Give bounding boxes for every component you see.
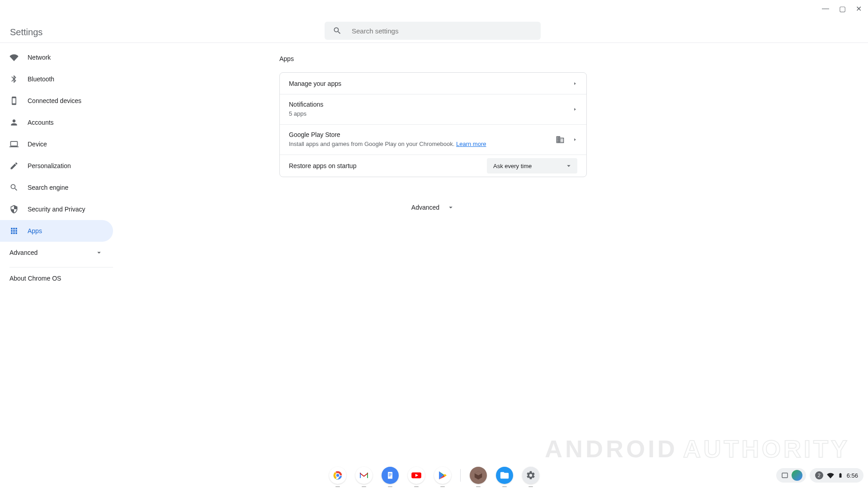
svg-rect-6	[388, 476, 390, 476]
row-subtext: 5 apps	[289, 110, 565, 118]
shield-icon	[9, 205, 19, 214]
search-icon	[9, 183, 19, 192]
shelf-app-generic[interactable]	[470, 467, 487, 484]
sidebar-item-label: Personalization	[28, 162, 71, 169]
battery-icon	[838, 472, 843, 479]
restore-apps-dropdown[interactable]: Ask every time	[487, 158, 577, 174]
row-title: Manage your apps	[289, 80, 565, 87]
shelf-app-files[interactable]	[496, 467, 513, 484]
shelf-app-chrome[interactable]	[329, 467, 346, 484]
chrome-icon	[331, 469, 344, 482]
chevron-down-icon	[565, 162, 573, 170]
sidebar-item-label: Bluetooth	[28, 75, 54, 83]
chevron-right-icon	[573, 81, 577, 86]
youtube-icon	[410, 469, 422, 481]
sidebar-item-label: Network	[28, 54, 51, 61]
sidebar-item-personalization[interactable]: Personalization	[0, 155, 113, 177]
laptop-icon	[9, 140, 19, 149]
svg-rect-3	[388, 472, 392, 479]
row-content: Manage your apps	[289, 74, 565, 94]
row-notifications[interactable]: Notifications 5 apps	[280, 94, 586, 125]
chevron-right-icon	[573, 107, 577, 112]
header: Settings	[0, 0, 868, 43]
sidebar-item-label: Accounts	[28, 119, 54, 126]
sidebar-item-connected-devices[interactable]: Connected devices	[0, 90, 113, 112]
holding-space-thumb	[792, 470, 802, 481]
shelf-app-settings[interactable]	[522, 467, 539, 484]
folder-icon	[500, 470, 509, 480]
watermark-part2: AUTHORITY	[683, 435, 850, 462]
watermark: ANDROIDAUTHORITY	[545, 435, 850, 463]
row-manage-apps[interactable]: Manage your apps	[280, 73, 586, 94]
pencil-icon	[9, 161, 19, 170]
row-subtext: Install apps and games from Google Play …	[289, 140, 550, 148]
sidebar-item-label: Search engine	[28, 184, 68, 191]
status-area: 2 6:56	[776, 467, 863, 483]
search-input[interactable]	[352, 27, 533, 35]
shelf-app-gmail[interactable]	[355, 467, 373, 484]
sidebar-item-label: Security and Privacy	[28, 206, 85, 213]
row-content: Notifications 5 apps	[289, 94, 565, 124]
watermark-part1: ANDROID	[545, 435, 678, 462]
search-box[interactable]	[325, 22, 541, 40]
advanced-label: Advanced	[411, 204, 439, 211]
dropdown-value: Ask every time	[493, 163, 532, 169]
chevron-down-icon	[95, 249, 103, 257]
app-title: Settings	[10, 27, 42, 38]
shelf-app-youtube[interactable]	[408, 467, 425, 484]
row-title: Google Play Store	[289, 131, 550, 138]
sidebar-item-device[interactable]: Device	[0, 133, 113, 155]
advanced-toggle[interactable]: Advanced	[279, 203, 587, 211]
wifi-icon	[827, 472, 834, 479]
holding-space-button[interactable]	[776, 468, 806, 483]
search-icon	[333, 26, 342, 35]
row-title: Notifications	[289, 101, 565, 108]
row-restore-apps: Restore apps on startup Ask every time	[280, 155, 586, 177]
gmail-icon	[359, 470, 369, 481]
svg-rect-4	[388, 474, 392, 474]
learn-more-link[interactable]: Learn more	[456, 141, 486, 147]
advanced-label: Advanced	[9, 249, 38, 256]
chevron-right-icon	[573, 137, 577, 142]
building-icon	[556, 135, 565, 144]
svg-rect-8	[782, 473, 788, 478]
row-content: Google Play Store Install apps and games…	[289, 125, 550, 155]
section-title: Apps	[279, 55, 587, 62]
sidebar-item-security[interactable]: Security and Privacy	[0, 198, 113, 220]
gear-icon	[526, 470, 536, 480]
sidebar-item-label: Device	[28, 141, 47, 148]
sidebar: Network Bluetooth Connected devices Acco…	[0, 47, 113, 289]
person-icon	[9, 118, 19, 127]
apps-icon	[9, 226, 19, 235]
row-title: Restore apps on startup	[289, 162, 487, 169]
box-icon	[473, 470, 483, 480]
svg-rect-5	[388, 474, 392, 475]
shelf-app-docs[interactable]	[382, 467, 399, 484]
sidebar-item-about[interactable]: About Chrome OS	[0, 267, 113, 289]
shelf	[0, 463, 868, 488]
play-store-icon	[437, 470, 448, 481]
docs-icon	[386, 471, 395, 480]
main-content: Apps Manage your apps Notifications 5 ap…	[279, 55, 587, 211]
chevron-down-icon	[447, 203, 455, 211]
notification-count-badge: 2	[815, 471, 823, 479]
sidebar-item-apps[interactable]: Apps	[0, 220, 113, 242]
phone-icon	[9, 96, 19, 105]
about-label: About Chrome OS	[9, 275, 61, 282]
sidebar-advanced-toggle[interactable]: Advanced	[0, 242, 113, 263]
sidebar-item-bluetooth[interactable]: Bluetooth	[0, 68, 113, 90]
status-tray[interactable]: 2 6:56	[810, 468, 863, 483]
row-play-store[interactable]: Google Play Store Install apps and games…	[280, 125, 586, 155]
sidebar-item-label: Connected devices	[28, 97, 81, 104]
sidebar-item-search-engine[interactable]: Search engine	[0, 177, 113, 198]
settings-card: Manage your apps Notifications 5 apps Go…	[279, 72, 587, 177]
sidebar-item-network[interactable]: Network	[0, 47, 113, 68]
shelf-app-play-store[interactable]	[434, 467, 451, 484]
row-content: Restore apps on startup	[289, 156, 487, 176]
bluetooth-icon	[9, 75, 19, 84]
shelf-separator	[460, 469, 461, 482]
tote-icon	[781, 471, 789, 479]
wifi-icon	[9, 53, 19, 62]
sidebar-item-accounts[interactable]: Accounts	[0, 112, 113, 133]
status-time: 6:56	[847, 472, 858, 479]
